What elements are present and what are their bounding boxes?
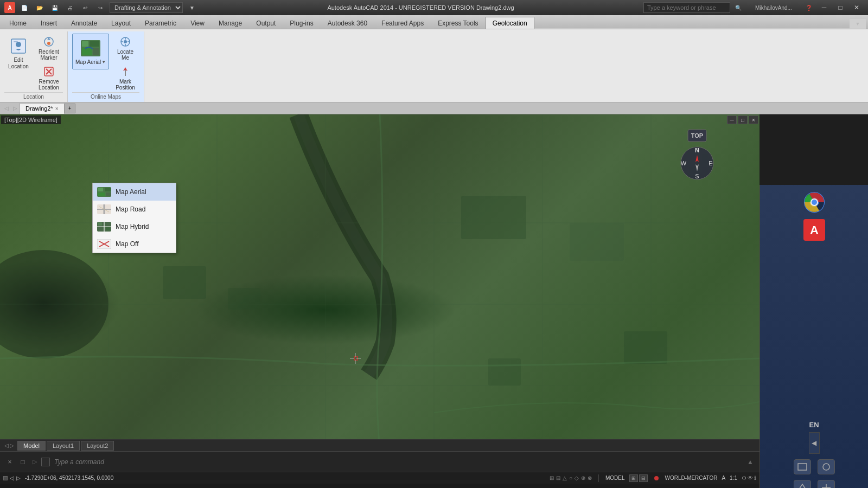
- qat-undo[interactable]: ↩: [79, 3, 91, 12]
- edit-location-button[interactable]: EditLocation: [4, 34, 33, 73]
- panel-toggle[interactable]: ▼: [852, 19, 864, 29]
- tab-model[interactable]: Model: [17, 441, 46, 451]
- language-badge[interactable]: EN: [809, 421, 819, 429]
- sidebar-btn-4[interactable]: [818, 480, 835, 488]
- svg-marker-77: [798, 484, 807, 488]
- sidebar-btn-1[interactable]: [794, 459, 811, 474]
- remove-location-button[interactable]: RemoveLocation: [35, 63, 63, 92]
- status-icon-6[interactable]: ⊕: [581, 475, 585, 481]
- nav-left-icon[interactable]: ◁: [2, 105, 11, 111]
- status-icon-7[interactable]: ⊗: [588, 475, 592, 481]
- tab-geolocation[interactable]: Geolocation: [486, 17, 534, 29]
- tab-layout1[interactable]: Layout1: [47, 441, 80, 451]
- info-icon[interactable]: ℹ: [754, 475, 756, 481]
- map-aerial-button[interactable]: Map Aerial ▼: [72, 34, 109, 69]
- sidebar-bottom-icons: [760, 455, 868, 488]
- model-icon-2[interactable]: ⊟: [639, 474, 648, 482]
- doc-tab-close-icon[interactable]: ×: [55, 106, 59, 112]
- qat-open[interactable]: 📂: [34, 3, 46, 12]
- new-tab-button[interactable]: +: [65, 104, 75, 113]
- minimize-button[interactable]: ─: [817, 3, 831, 12]
- menu-item-map-road[interactable]: Map Road: [93, 201, 176, 218]
- tab-home[interactable]: Home: [2, 17, 34, 29]
- mark-position-button[interactable]: MarkPosition: [111, 63, 139, 92]
- browser-icon[interactable]: [803, 191, 825, 215]
- tab-featured[interactable]: Featured Apps: [374, 17, 431, 29]
- svg-rect-11: [82, 48, 92, 55]
- viewport-close[interactable]: ×: [749, 115, 758, 124]
- command-scroll-up[interactable]: ▲: [745, 457, 755, 467]
- sidebar-btn-3[interactable]: [794, 480, 811, 488]
- status-nav-left[interactable]: ◁: [10, 475, 14, 481]
- tab-insert[interactable]: Insert: [34, 17, 64, 29]
- search-button[interactable]: 🔍: [732, 3, 744, 12]
- autodesk-sidebar-icon[interactable]: A: [803, 219, 825, 242]
- viewport-minimize[interactable]: ─: [727, 115, 737, 124]
- svg-rect-62: [98, 222, 102, 226]
- command-close-icon[interactable]: ×: [4, 457, 15, 467]
- status-icon-2[interactable]: ⊟: [556, 475, 560, 481]
- status-icon-4[interactable]: ○: [569, 475, 572, 481]
- tab-output[interactable]: Output: [249, 17, 283, 29]
- nav-right-icon[interactable]: ▷: [11, 105, 20, 111]
- sidebar-collapse-button[interactable]: ◀: [809, 432, 820, 454]
- title-text: Autodesk AutoCAD 2014 - UNREGISTERED VER…: [198, 4, 643, 11]
- sidebar-btn-2[interactable]: [818, 459, 835, 474]
- command-expand-icon[interactable]: □: [17, 457, 28, 467]
- status-icon-3[interactable]: △: [563, 475, 567, 481]
- doc-tab-drawing2[interactable]: Drawing2* ×: [20, 103, 65, 114]
- qat-save[interactable]: 💾: [49, 3, 61, 12]
- settings-icon[interactable]: ⚙: [742, 475, 746, 481]
- tab-view[interactable]: View: [183, 17, 212, 29]
- map-aerial-menu-icon: [97, 187, 111, 197]
- reorient-marker-button[interactable]: ReorientMarker: [35, 34, 63, 62]
- status-nav-right[interactable]: ▷: [16, 475, 21, 481]
- viewport-maximize[interactable]: □: [738, 115, 748, 124]
- search-input[interactable]: [643, 2, 730, 13]
- svg-rect-54: [106, 192, 111, 196]
- svg-rect-9: [82, 41, 88, 47]
- status-icon-5[interactable]: ◇: [575, 475, 579, 481]
- svg-rect-2: [14, 41, 18, 42]
- qat-dropdown[interactable]: ▼: [186, 3, 198, 12]
- menu-item-map-hybrid[interactable]: Map Hybrid: [93, 218, 176, 235]
- nav-prev-layout[interactable]: ◁: [4, 442, 9, 448]
- tab-parametric[interactable]: Parametric: [138, 17, 183, 29]
- model-icon-1[interactable]: ⊞: [629, 474, 638, 482]
- top-label: TOP: [691, 132, 703, 139]
- status-bar: ◁ ▷ -1.7290E+06, 4502173.1545, 0.0000 ⊞ …: [0, 472, 760, 484]
- workspace-select[interactable]: Drafting & Annotation: [110, 2, 183, 13]
- tab-express[interactable]: Express Tools: [431, 17, 485, 29]
- tab-autodesk360[interactable]: Autodesk 360: [321, 17, 374, 29]
- maximize-button[interactable]: □: [833, 3, 847, 12]
- nav-next-layout[interactable]: ▷: [10, 442, 14, 448]
- tab-manage[interactable]: Manage: [212, 17, 249, 29]
- qat-new[interactable]: 📄: [18, 3, 30, 12]
- doc-tab-name: Drawing2*: [25, 105, 53, 112]
- doc-tab-bar: ◁ ▷ Drawing2* × +: [0, 102, 868, 114]
- qat-plot[interactable]: 🖨: [64, 3, 76, 12]
- menu-item-map-aerial[interactable]: Map Aerial: [93, 183, 176, 201]
- reorient-marker-label: ReorientMarker: [39, 49, 59, 61]
- menu-item-map-off[interactable]: Map Off: [93, 235, 176, 253]
- user-label[interactable]: MikhailovAnd...: [746, 3, 801, 12]
- help-icon[interactable]: ❓: [803, 3, 815, 12]
- status-icons: ⊞ ⊟ △ ○ ◇ ⊕ ⊗: [550, 475, 592, 481]
- mark-position-icon: [119, 65, 132, 78]
- tab-annotate[interactable]: Annotate: [64, 17, 104, 29]
- locate-me-button[interactable]: LocateMe: [111, 34, 139, 62]
- tab-layout2[interactable]: Layout2: [81, 441, 114, 451]
- tab-plugins[interactable]: Plug-ins: [283, 17, 320, 29]
- scale-display: A: [722, 475, 725, 481]
- command-input[interactable]: [54, 458, 743, 466]
- cursor-crosshair: [350, 353, 361, 364]
- menu-hybrid-label: Map Hybrid: [116, 223, 149, 230]
- menu-road-label: Map Road: [116, 206, 145, 213]
- status-icon-1[interactable]: ⊞: [550, 475, 554, 481]
- tab-layout[interactable]: Layout: [104, 17, 138, 29]
- close-button[interactable]: ✕: [850, 3, 864, 12]
- qat-redo[interactable]: ↪: [94, 3, 106, 12]
- ribbon-group-location: EditLocation ReorientMarker: [0, 31, 68, 102]
- view-icon[interactable]: 👁: [748, 475, 753, 481]
- edit-location-icon: [9, 36, 28, 56]
